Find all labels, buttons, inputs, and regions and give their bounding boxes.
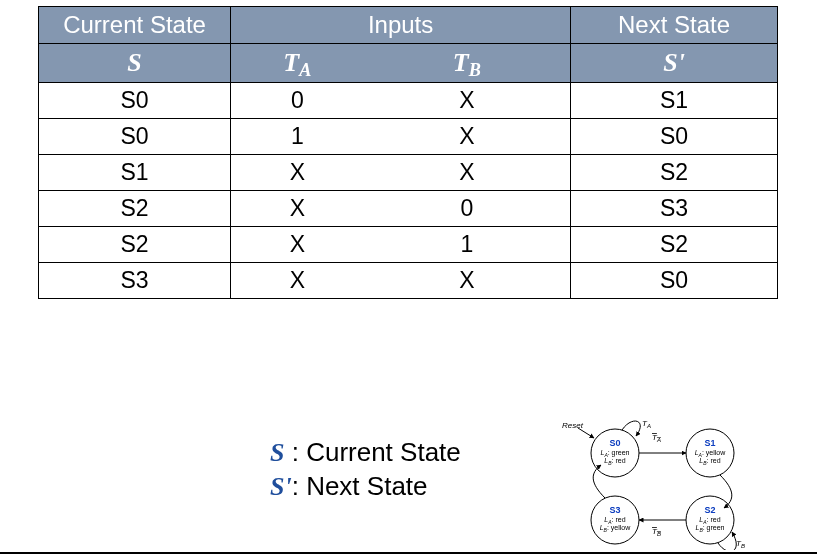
reset-label: Reset	[562, 421, 584, 430]
cell-tb: X	[364, 155, 571, 191]
cell-s: S1	[39, 155, 231, 191]
edge-notTB-label: TB	[652, 527, 661, 537]
table-row: S0 0 X S1	[39, 83, 778, 119]
cell-ta: 0	[231, 83, 364, 119]
cell-ta: X	[231, 227, 364, 263]
col-TA: TA	[231, 44, 364, 83]
cell-tb: X	[364, 119, 571, 155]
cell-ta: X	[231, 191, 364, 227]
cell-tb: X	[364, 83, 571, 119]
cell-s: S0	[39, 119, 231, 155]
cell-s: S2	[39, 227, 231, 263]
cell-sp: S2	[571, 227, 778, 263]
loop-TB-label: TB	[736, 539, 745, 549]
cell-ta: X	[231, 263, 364, 299]
cell-tb: 1	[364, 227, 571, 263]
state-S0-name: S0	[609, 438, 620, 448]
legend-next: S': Next State	[270, 470, 461, 504]
cell-sp: S0	[571, 263, 778, 299]
cell-sp: S1	[571, 83, 778, 119]
cell-s: S3	[39, 263, 231, 299]
col-inputs: Inputs	[231, 7, 571, 44]
legend-current: S : Current State	[270, 436, 461, 470]
cell-s: S2	[39, 191, 231, 227]
table-row: S0 1 X S0	[39, 119, 778, 155]
table-row: S3 X X S0	[39, 263, 778, 299]
cell-tb: X	[364, 263, 571, 299]
cell-sp: S3	[571, 191, 778, 227]
table-row: S1 X X S2	[39, 155, 778, 191]
state-transition-table: Current State Inputs Next State S TA TB …	[38, 6, 778, 299]
col-Sprime: S'	[571, 44, 778, 83]
col-current-state: Current State	[39, 7, 231, 44]
cell-sp: S2	[571, 155, 778, 191]
cell-s: S0	[39, 83, 231, 119]
state-S1-name: S1	[704, 438, 715, 448]
cell-tb: 0	[364, 191, 571, 227]
state-diagram: Reset TA TA TB TB S0 LA: green LB: red S…	[560, 420, 770, 550]
edge-notTA-label: TA	[652, 433, 661, 443]
col-S: S	[39, 44, 231, 83]
cell-ta: 1	[231, 119, 364, 155]
table-row: S2 X 1 S2	[39, 227, 778, 263]
legend: S : Current State S': Next State	[270, 436, 461, 503]
col-TB: TB	[364, 44, 571, 83]
state-S3-name: S3	[609, 505, 620, 515]
loop-TA-label: TA	[642, 420, 651, 429]
cell-ta: X	[231, 155, 364, 191]
col-next-state: Next State	[571, 7, 778, 44]
state-S2-name: S2	[704, 505, 715, 515]
cell-sp: S0	[571, 119, 778, 155]
table-row: S2 X 0 S3	[39, 191, 778, 227]
